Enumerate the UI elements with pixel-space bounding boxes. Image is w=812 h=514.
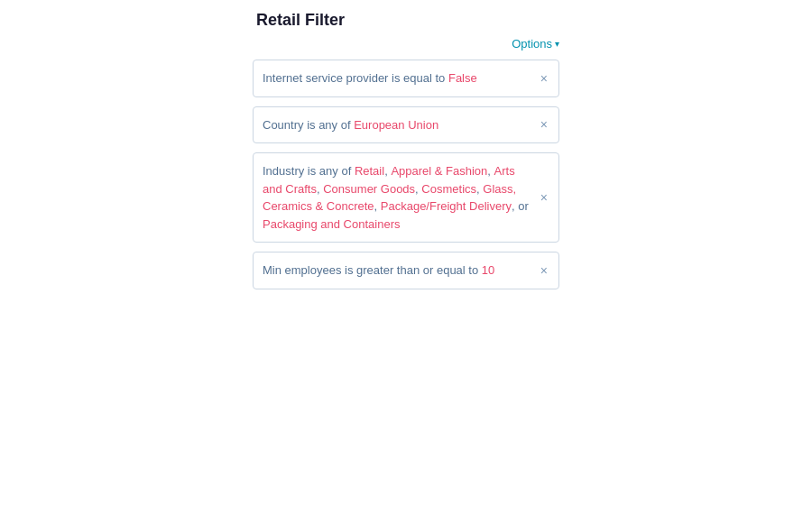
filter-card: Min employees is greater than or equal t… (253, 252, 559, 289)
filter-value: False (448, 71, 477, 85)
filter-operator: is any of (308, 164, 355, 178)
filter-keyword: Industry (263, 164, 308, 178)
filter-keyword: , or (512, 199, 529, 213)
filter-operator: is equal to (392, 71, 448, 85)
filter-operator: is any of (307, 118, 354, 132)
filter-keyword: Country (263, 118, 307, 132)
filter-value: Package/Freight Delivery (381, 199, 512, 213)
filter-close-button[interactable]: × (539, 116, 549, 133)
filter-text: Country is any of European Union (263, 118, 438, 132)
filter-keyword: , (374, 199, 381, 213)
filter-text: Min employees is greater than or equal t… (263, 263, 494, 277)
filter-value: Packaging and Containers (263, 217, 401, 231)
filters-container: Internet service provider is equal to Fa… (253, 60, 559, 298)
page-container: Retail Filter Options ▾ Internet service… (253, 11, 559, 514)
filter-keyword: Min employees (263, 263, 345, 277)
filter-value: Retail (355, 164, 384, 178)
filter-value: Apparel & Fashion (391, 164, 487, 178)
filter-value: 10 (482, 263, 494, 277)
filter-card: Internet service provider is equal to Fa… (253, 60, 559, 97)
options-label: Options (512, 37, 552, 50)
filter-card: Country is any of European Union× (253, 106, 559, 144)
filter-close-button[interactable]: × (539, 262, 549, 279)
filter-value: Consumer Goods (323, 182, 415, 196)
filter-close-button[interactable]: × (539, 70, 549, 87)
filter-card: Industry is any of Retail, Apparel & Fas… (253, 152, 559, 243)
filter-value: Cosmetics (421, 182, 476, 196)
options-button[interactable]: Options ▾ (512, 37, 559, 50)
options-row: Options ▾ (253, 37, 559, 50)
filter-keyword: , (487, 164, 494, 178)
filter-text: Industry is any of Retail, Apparel & Fas… (263, 164, 529, 231)
page-title: Retail Filter (253, 11, 345, 30)
filter-value: European Union (354, 118, 438, 132)
filter-operator: is greater than or equal to (345, 263, 482, 277)
filter-text: Internet service provider is equal to Fa… (263, 71, 477, 85)
filter-close-button[interactable]: × (539, 189, 549, 206)
filter-keyword: Internet service provider (263, 71, 392, 85)
chevron-down-icon: ▾ (555, 39, 559, 49)
